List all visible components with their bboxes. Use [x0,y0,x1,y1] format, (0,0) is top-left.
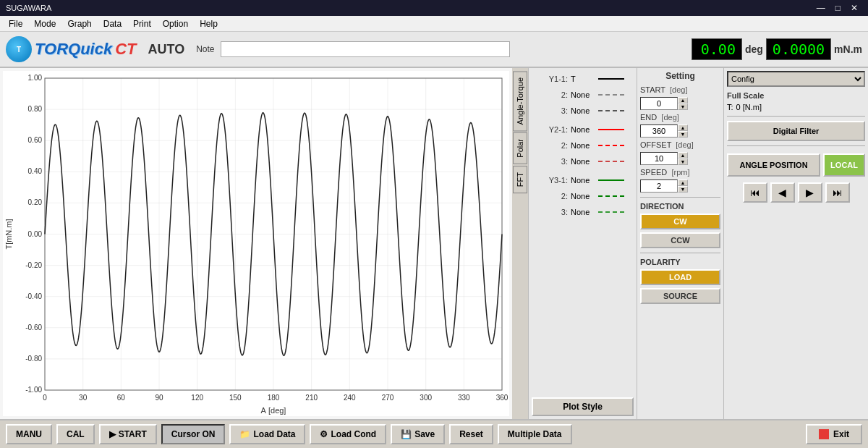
load-button[interactable]: LOAD [640,269,720,285]
tab-fft[interactable]: FFT [513,166,527,193]
menu-print[interactable]: Print [127,17,157,30]
legend-row-y2-2: 2: None [532,138,634,153]
legend-row-y1-2: 2: None [532,87,634,103]
end-label: END [deg] [640,113,679,122]
header-values: 0.00 deg 0.0000 mN.m [692,38,862,60]
offset-spin-up[interactable]: ▲ [678,152,688,159]
end-spin-up[interactable]: ▲ [678,124,688,131]
start-input[interactable] [640,97,678,110]
minimize-button[interactable]: — [812,0,830,16]
right-panel: Config Full Scale T: 0 [N.m] Digital Fil… [723,68,868,419]
source-button[interactable]: SOURCE [640,288,720,304]
angle-display: 0.00 [692,38,742,60]
menu-help[interactable]: Help [194,17,224,30]
menu-mode[interactable]: Mode [28,17,61,30]
exit-icon [819,429,829,439]
speed-input[interactable] [640,179,678,193]
close-button[interactable]: ✕ [846,0,862,16]
legend-line-9 [598,211,624,213]
save-button[interactable]: 💾 Save [391,424,445,444]
plot-style-button[interactable]: Plot Style [532,397,634,416]
settings-panel: Setting START [deg] ▲ ▼ END [deg] ▲ ▼ OF… [637,68,723,419]
menu-graph[interactable]: Graph [61,17,97,30]
torque-unit: mN.m [834,43,862,55]
angle-position-button[interactable]: ANGLE POSITION [727,153,820,177]
legend-line-4 [598,129,624,130]
legend-row-y1-3: 3: None [532,103,634,119]
load-data-icon: 📁 [239,429,250,439]
end-setting: END [deg] [640,113,720,122]
ccw-button[interactable]: CCW [640,232,720,248]
load-data-button[interactable]: 📁 Load Data [229,424,305,444]
angle-local-row: ANGLE POSITION LOCAL [727,153,865,177]
start-spin: ▲ ▼ [678,97,688,110]
menu-data[interactable]: Data [98,17,127,30]
direction-label: DIRECTION [640,202,720,211]
reset-button[interactable]: Reset [449,424,493,444]
cursor-on-button[interactable]: Cursor ON [161,424,226,444]
legend-line-3 [598,110,624,111]
menu-bar: File Mode Graph Data Print Option Help [0,16,868,32]
end-spin-down[interactable]: ▼ [678,131,688,138]
start-input-row: ▲ ▼ [640,97,720,110]
start-icon: ▶ [109,429,116,439]
logo-text: TORQuick [35,40,112,59]
multiple-data-button[interactable]: Multiple Data [498,424,572,444]
legend-row-y2-1: Y2-1: None [532,122,634,138]
legend-line-6 [598,161,624,162]
digital-filter-button[interactable]: Digital Filter [727,121,865,141]
side-tabs: Angle-Torque Polar FFT [512,68,528,419]
forward-button[interactable]: ▶ [798,182,822,203]
skip-back-button[interactable]: ⏮ [743,182,767,203]
exit-button[interactable]: Exit [806,424,862,444]
offset-setting: OFFSET [deg] [640,140,720,149]
config-select[interactable]: Config [727,71,865,87]
cw-button[interactable]: CW [640,214,720,229]
skip-forward-button[interactable]: ⏭ [825,182,850,203]
maximize-button[interactable]: □ [831,0,845,16]
start-button[interactable]: ▶ START [99,424,157,444]
legend-line-2 [598,94,624,96]
angle-unit: deg [745,43,763,55]
start-spin-down[interactable]: ▼ [678,103,688,110]
menu-option[interactable]: Option [157,17,194,30]
load-cond-button[interactable]: ⚙ Load Cond [310,424,386,444]
graph-canvas[interactable] [3,71,509,416]
legend-line-1 [598,78,624,80]
speed-spin-up[interactable]: ▲ [678,179,688,186]
tab-angle-torque[interactable]: Angle-Torque [513,71,527,131]
menu-file[interactable]: File [3,17,28,30]
speed-input-row: ▲ ▼ [640,179,720,193]
t-label: T: [727,103,733,111]
offset-input[interactable] [640,152,678,165]
legend-row-y3-1: Y3-1: None [532,172,634,188]
logo-icon: T [6,36,32,62]
speed-setting: SPEED [rpm] [640,168,720,177]
legend-panel: Y1-1: T 2: None 3: None Y2-1: None 2: No… [528,68,637,419]
speed-spin-down[interactable]: ▼ [678,186,688,193]
start-spin-up[interactable]: ▲ [678,97,688,103]
offset-spin-down[interactable]: ▼ [678,159,688,165]
legend-row-y1-1: Y1-1: T [532,71,634,87]
note-label: Note [196,44,214,54]
torque-display: 0.0000 [766,38,831,60]
offset-spin: ▲ ▼ [678,152,688,165]
end-input-row: ▲ ▼ [640,124,720,138]
legend-row-y3-2: 2: None [532,188,634,204]
t-value-row: T: 0 [N.m] [727,103,865,111]
tab-polar[interactable]: Polar [513,132,527,164]
window-controls: — □ ✕ [812,0,862,16]
bottom-toolbar: MANU CAL ▶ START Cursor ON 📁 Load Data ⚙… [0,419,868,448]
save-icon: 💾 [401,429,412,439]
offset-label: OFFSET [deg] [640,140,694,149]
legend-line-5 [598,145,624,146]
back-button[interactable]: ◀ [770,182,795,203]
t-value: 0 [N.m] [736,103,762,111]
local-button[interactable]: LOCAL [823,153,865,177]
graph-area [0,68,512,419]
cal-button[interactable]: CAL [56,424,95,444]
end-input[interactable] [640,124,678,138]
manu-button[interactable]: MANU [6,424,52,444]
legend-line-7 [598,179,624,181]
note-input[interactable] [221,41,510,57]
